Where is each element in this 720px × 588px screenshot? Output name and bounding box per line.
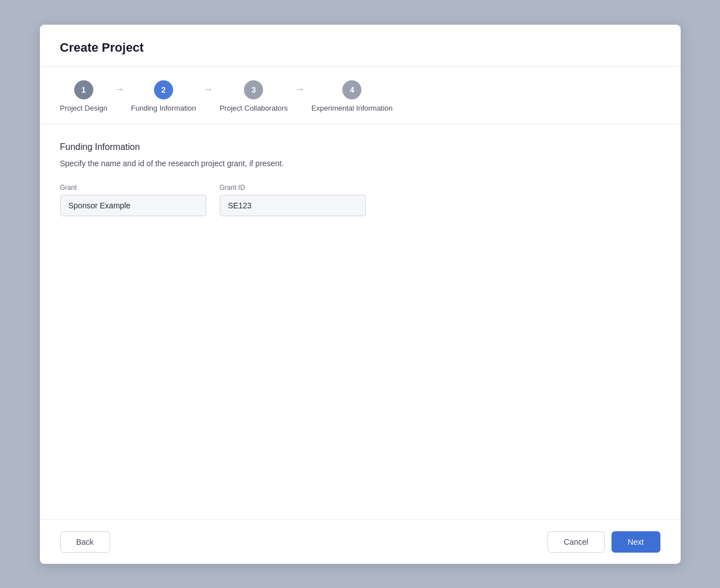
step-4-item: 4 Experimental Information bbox=[311, 80, 393, 112]
modal-footer: Back Cancel Next bbox=[40, 519, 681, 564]
step-1-item: 1 Project Design bbox=[60, 80, 108, 112]
modal-body: Funding Information Specify the name and… bbox=[40, 124, 681, 519]
step-4-label: Experimental Information bbox=[311, 104, 393, 112]
step-4-circle: 4 bbox=[342, 80, 361, 99]
grant-label: Grant bbox=[60, 184, 206, 192]
section-title: Funding Information bbox=[60, 142, 660, 152]
section-description: Specify the name and id of the research … bbox=[60, 159, 660, 168]
modal-overlay: Create Project 1 Project Design → 2 Fund… bbox=[0, 0, 720, 588]
step-1-circle: 1 bbox=[74, 80, 93, 99]
next-button[interactable]: Next bbox=[612, 531, 660, 553]
step-2-circle: 2 bbox=[154, 80, 173, 99]
grant-id-form-group: Grant ID bbox=[220, 184, 366, 216]
step-arrow-2: → bbox=[203, 84, 213, 95]
step-3-item: 3 Project Collaborators bbox=[220, 80, 288, 112]
step-3-circle: 3 bbox=[244, 80, 263, 99]
step-1-label: Project Design bbox=[60, 104, 108, 112]
step-2-label: Funding Information bbox=[131, 104, 196, 112]
footer-right: Cancel Next bbox=[547, 531, 660, 553]
grant-form-group: Grant bbox=[60, 184, 206, 216]
modal-header: Create Project bbox=[40, 25, 681, 67]
stepper: 1 Project Design → 2 Funding Information… bbox=[40, 67, 681, 124]
modal-title: Create Project bbox=[60, 40, 660, 55]
footer-left: Back bbox=[60, 531, 110, 553]
step-2-item: 2 Funding Information bbox=[131, 80, 196, 112]
cancel-button[interactable]: Cancel bbox=[547, 531, 605, 553]
step-arrow-3: → bbox=[295, 84, 305, 95]
create-project-modal: Create Project 1 Project Design → 2 Fund… bbox=[40, 25, 681, 564]
grant-id-label: Grant ID bbox=[220, 184, 366, 192]
grant-input[interactable] bbox=[60, 195, 206, 216]
form-row: Grant Grant ID bbox=[60, 184, 660, 216]
step-3-label: Project Collaborators bbox=[220, 104, 288, 112]
back-button[interactable]: Back bbox=[60, 531, 110, 553]
step-arrow-1: → bbox=[114, 84, 124, 95]
grant-id-input[interactable] bbox=[220, 195, 366, 216]
